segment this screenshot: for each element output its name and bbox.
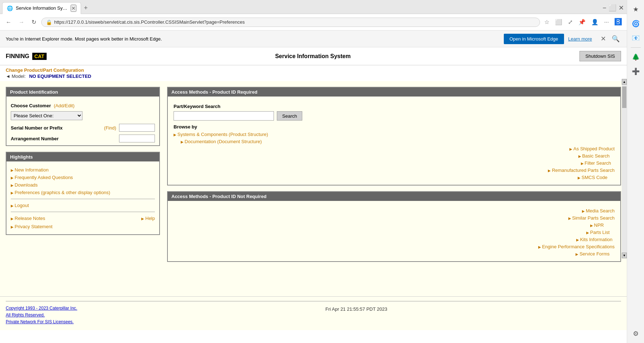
release-notes-link[interactable]: Release Notes <box>11 216 45 221</box>
add-edit-link[interactable]: (Add/Edit) <box>54 103 75 108</box>
copyright-line3[interactable]: Private Network For SIS Licensees. <box>6 319 77 325</box>
browser-edge-btn[interactable]: 🅱 <box>613 17 623 28</box>
sidebar-tree-btn[interactable]: 🌲 <box>629 51 642 64</box>
remanufactured-parts-link[interactable]: Remanufactured Parts Search <box>174 168 615 173</box>
sis-header: FINNING CAT Service Information System S… <box>0 47 627 65</box>
access-required-header: Access Methods - Product ID Required <box>168 88 620 97</box>
sidebar-favorites-btn[interactable]: ★ <box>629 3 642 16</box>
finning-logo: FINNING CAT <box>6 53 47 60</box>
window-minimize-btn[interactable]: − <box>602 4 606 12</box>
documentation-link[interactable]: Documentation (Document Structure) <box>174 139 615 144</box>
tab-search-btn[interactable]: ⬜ <box>554 17 564 27</box>
nav-divider-1 <box>11 199 155 199</box>
engine-perf-link[interactable]: Engine Performance Specifications <box>174 244 615 249</box>
arrangement-input[interactable] <box>119 135 155 142</box>
find-link[interactable]: (Find) <box>104 125 116 131</box>
copyright-block: Copyright 1993 - 2023 Caterpillar Inc. A… <box>6 305 77 326</box>
tab-title: Service Information System <box>16 5 68 11</box>
smcs-code-link[interactable]: SMCS Code <box>174 175 615 180</box>
product-id-box: Product Identification Choose Customer (… <box>6 87 160 146</box>
scroll-up-btn[interactable]: ▲ <box>622 79 627 85</box>
active-tab[interactable]: 🌐 Service Information System ✕ <box>2 2 81 14</box>
sis-title: Service Information System <box>47 53 579 60</box>
privacy-link[interactable]: Privacy Statement <box>11 224 155 229</box>
left-panel: Product Identification Choose Customer (… <box>6 87 160 291</box>
scroll-down-btn[interactable]: ▼ <box>622 253 627 258</box>
highlights-box: Highlights New Information Frequently As… <box>6 152 160 235</box>
customer-select-wrap: Please Select One: <box>11 111 155 120</box>
model-prefix: ◄ Model: <box>6 74 26 79</box>
sidebar-settings-btn[interactable]: ⚙ <box>629 327 642 330</box>
finning-text: FINNING <box>6 53 29 60</box>
copyright-line2[interactable]: All Rights Reserved. <box>6 312 77 319</box>
customer-select[interactable]: Please Select One: <box>11 111 82 120</box>
browser-right-sidebar: ★ 🌀 📧 🌲 ➕ ⚙ <box>627 0 644 330</box>
part-keyword-search-input[interactable] <box>174 111 274 121</box>
new-tab-btn[interactable]: + <box>81 4 91 12</box>
banner-search-btn[interactable]: 🔍 <box>610 33 621 44</box>
browser-more-btn[interactable]: ··· <box>603 18 610 27</box>
learn-more-link[interactable]: Learn more <box>568 36 592 42</box>
refresh-btn[interactable]: ↻ <box>29 17 38 27</box>
highlights-inner: New Information Frequently Asked Questio… <box>6 164 159 234</box>
footer-content: Copyright 1993 - 2023 Caterpillar Inc. A… <box>6 305 621 326</box>
scroll-thumb[interactable] <box>622 86 626 108</box>
copyright-line1[interactable]: Copyright 1993 - 2023 Caterpillar Inc. <box>6 305 77 312</box>
back-btn[interactable]: ← <box>4 18 14 27</box>
tab-close-btn[interactable]: ✕ <box>71 5 76 12</box>
help-link[interactable]: Help <box>141 216 155 221</box>
preferences-link[interactable]: Preferences (graphics & other display op… <box>11 190 155 195</box>
systems-components-link[interactable]: Systems & Components (Product Structure) <box>174 132 615 137</box>
product-id-section-header: Product Identification <box>6 88 159 97</box>
sidebar-edge-btn[interactable]: 🌀 <box>629 17 642 30</box>
downloads-link[interactable]: Downloads <box>11 182 155 188</box>
as-shipped-link[interactable]: As Shipped Product <box>174 146 615 151</box>
parts-list-link[interactable]: Parts List <box>174 230 615 235</box>
add-to-sidebar-btn[interactable]: 📌 <box>577 17 587 27</box>
arrangement-label: Arrangement Number <box>11 136 119 141</box>
scroll-track[interactable] <box>622 85 627 253</box>
serial-input[interactable] <box>119 124 155 132</box>
browse-by-label: Browse by <box>174 124 615 130</box>
access-required-box: Access Methods - Product ID Required Par… <box>167 87 621 185</box>
window-close-btn[interactable]: ✕ <box>619 4 624 12</box>
banner-close-btn[interactable]: ✕ <box>601 35 606 43</box>
footer-divider <box>6 301 621 301</box>
tab-favicon: 🌐 <box>7 5 13 11</box>
product-id-inner: Choose Customer (Add/Edit) Please Select… <box>6 100 159 145</box>
change-product-link[interactable]: Change Product/Part Configuration <box>6 67 84 73</box>
access-not-required-inner: Media Search Similar Parts Search NPR Pa… <box>168 205 620 261</box>
logout-link[interactable]: Logout <box>11 203 155 208</box>
access-required-inner: Part/Keyword Search Search Browse by Sys… <box>168 101 620 185</box>
basic-search-link[interactable]: Basic Search <box>174 153 615 159</box>
similar-parts-link[interactable]: Similar Parts Search <box>174 215 615 221</box>
split-view-btn[interactable]: ⤢ <box>567 17 574 27</box>
choose-customer-label: Choose Customer <box>11 103 51 108</box>
tab-bar: 🌐 Service Information System ✕ + − ⬜ ✕ <box>0 0 627 14</box>
model-line: ◄ Model: NO EQUIPMENT SELECTED <box>6 74 621 79</box>
release-help-row: Release Notes Help <box>11 216 155 221</box>
filter-search-link[interactable]: Filter Search <box>174 160 615 166</box>
sis-subheader: Change Product/Part Configuration ◄ Mode… <box>0 65 627 81</box>
favorites-btn[interactable]: ☆ <box>543 17 551 27</box>
window-restore-btn[interactable]: ⬜ <box>609 4 616 12</box>
search-btn[interactable]: Search <box>277 111 302 121</box>
url-box[interactable]: 🔒 https://127.0.0.1/sisweb/servlet/cat.c… <box>41 18 540 27</box>
open-in-edge-btn[interactable]: Open in Microsoft Edge <box>504 34 564 44</box>
forward-btn[interactable]: → <box>16 18 27 27</box>
sidebar-plus-btn[interactable]: ➕ <box>629 65 642 78</box>
npr-link[interactable]: NPR <box>174 222 615 228</box>
new-info-link[interactable]: New Information <box>11 167 155 173</box>
ie-mode-banner: You're in Internet Explorer mode. Most p… <box>0 30 627 47</box>
media-search-link[interactable]: Media Search <box>174 208 615 213</box>
kits-info-link[interactable]: Kits Information <box>174 237 615 242</box>
faq-link[interactable]: Frequently Asked Questions <box>11 175 155 180</box>
access-not-required-header: Access Methods - Product ID Not Required <box>168 192 620 201</box>
page-footer: Copyright 1993 - 2023 Caterpillar Inc. A… <box>0 296 627 330</box>
part-keyword-label: Part/Keyword Search <box>174 104 615 109</box>
service-forms-link[interactable]: Service Forms <box>174 251 615 257</box>
serial-row: Serial Number or Prefix (Find) <box>11 124 155 132</box>
shutdown-sis-btn[interactable]: Shutdown SIS <box>579 51 621 61</box>
browser-profile-btn[interactable]: 👤 <box>590 17 600 27</box>
sidebar-outlook-btn[interactable]: 📧 <box>629 32 642 44</box>
